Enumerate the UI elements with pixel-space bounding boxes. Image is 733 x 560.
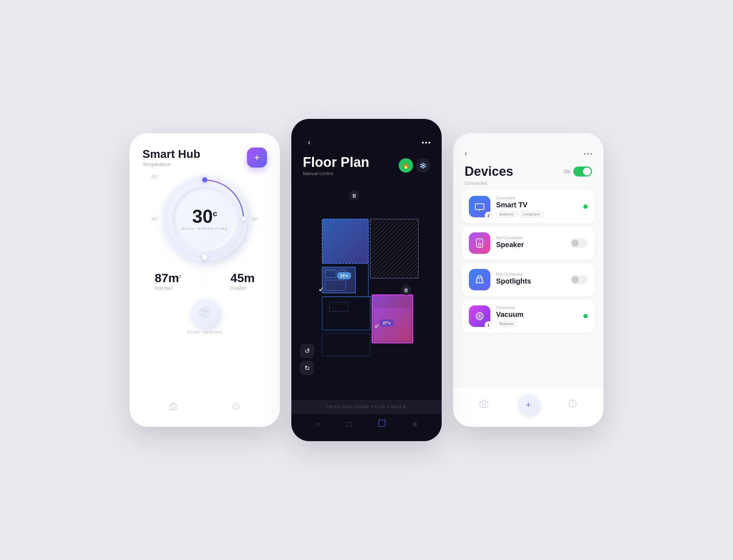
device-list: 2 Connected Smart TV Bedroom Livingroom [453,190,603,385]
device-card-speaker: Not Connected Speaker [462,227,595,260]
speaker-toggle-dot [572,240,579,247]
toggle-area: On [564,166,592,177]
s3-nav-clock-icon[interactable] [568,399,577,410]
nav-clock-icon[interactable] [232,402,240,412]
area-label: First floor [155,286,181,291]
smart-hub-title-group: Smart Hub Temperature [142,148,200,167]
thermostat-dot-bottom [202,254,208,260]
resize-arrow-2[interactable]: ↙ [374,322,380,329]
screens-container: Smart Hub Temperature + 20° [130,119,603,441]
smart-hub-title: Smart Hub [142,148,200,161]
svg-rect-23 [475,204,484,209]
nav-home-icon[interactable] [169,402,178,412]
floor-plan-subtitle: Manual control [303,171,369,176]
svg-rect-14 [322,297,370,330]
thermostat-dot-top [202,177,207,182]
screen3-title-row: Devices On [453,161,603,180]
smart-tv-connected-dot [583,204,588,209]
vacuum-name: Vacuum [496,310,578,319]
vacuum-tags: Bedroom [496,321,578,327]
spotlights-toggle[interactable] [571,275,588,284]
svg-rect-37 [482,404,485,407]
trash-icon-2[interactable]: 🗑 [401,285,411,295]
mode-buttons: 🔥 ❄️ [399,158,430,173]
svg-rect-21 [322,334,370,356]
fingerprint-label: START HEATING [187,330,223,334]
svg-rect-2 [172,407,175,410]
smart-tv-info: Connected Smart TV Bedroom Livingroom [496,196,578,217]
snow-mode-button[interactable]: ❄️ [416,158,430,173]
screen1-smart-hub: Smart Hub Temperature + 20° [130,133,280,427]
svg-point-27 [478,243,481,246]
toggle-label: On [564,169,571,174]
devices-title: Devices [465,164,513,179]
add-icon: + [525,399,531,410]
temp-badge-2: 27°c [380,319,394,327]
device-card-smart-tv: 2 Connected Smart TV Bedroom Livingroom [462,190,595,223]
tag-vacuum-bedroom: Bedroom [496,321,517,327]
smart-hub-subtitle: Temperature [142,161,200,167]
spotlights-status: Not Connected [496,272,565,276]
fire-mode-button[interactable]: 🔥 [399,158,413,173]
tag-bedroom: Bedroom [496,211,517,217]
screen2-floor-plan: ‹ Floor Plan Manual control 🔥 ❄️ [291,119,442,441]
spotlights-icon-container [469,269,490,290]
drag-hint: DRAG AND DRAW YOUR FINGER [291,400,442,414]
speaker-status: Not Connected [496,236,565,240]
floor-plan-title: Floor Plan [303,155,369,170]
vacuum-badge: 1 [485,321,492,329]
vacuum-info: Connected Vacuum Bedroom [496,305,578,327]
s3-back-button[interactable]: ‹ [465,149,467,158]
device-card-spotlights: Not Connected Spotlights [462,263,595,296]
s3-nav-add-button[interactable]: + [518,394,539,415]
speaker-icon-container [469,232,490,254]
svg-rect-36 [480,402,488,407]
fire-icon: 🔥 [402,162,409,169]
spotlights-icon [469,269,490,290]
floor-plan-canvas[interactable]: 23°c 27°c 🗑 🗑 ↙ ↙ ↺ ↻ [300,182,433,397]
add-button[interactable]: + [247,148,267,168]
smart-tv-status: Connected [496,196,578,200]
screen3-header: ‹ [453,133,603,161]
nav-circle-icon[interactable]: ○ [316,420,321,429]
stat-divider [205,272,206,289]
main-toggle[interactable] [573,166,592,177]
s3-nav-home-icon[interactable] [479,399,489,410]
screen1-header: Smart Hub Temperature + [142,148,267,168]
nav-lines-icon[interactable]: ≡ [413,420,417,429]
svg-rect-22 [379,420,385,426]
speaker-toggle[interactable] [571,238,588,248]
s3-more-options[interactable] [584,153,592,155]
connected-label: Connected [453,180,603,190]
speaker-name: Speaker [496,241,565,249]
device-card-vacuum: 1 Connected Vacuum Bedroom [462,300,595,333]
svg-rect-15 [330,302,348,312]
more-options-button[interactable] [422,142,430,144]
fingerprint-area: START HEATING [142,299,267,334]
fingerprint-button[interactable] [190,299,219,328]
temp-badge-1: 23°c [337,272,351,279]
temp-label-30: 30° [251,216,258,222]
screen3-devices: ‹ Devices On Connected [453,133,603,427]
redo-button[interactable]: ↻ [300,361,314,375]
trash-icon-1[interactable]: 🗑 [349,190,359,201]
back-button[interactable]: ‹ [303,136,316,149]
thermostat-inner: 30c ROOM TEMPERATURE [173,187,237,251]
nav-dashed-square-icon[interactable] [378,419,386,430]
screen2-header: ‹ [291,119,442,155]
smart-tv-tags: Bedroom Livingroom [496,211,578,217]
bottom-nav [142,399,267,412]
thermostat-outer[interactable]: 30c ROOM TEMPERATURE [162,176,248,262]
smart-tv-badge: 2 [485,212,492,219]
nav-square-icon[interactable]: □ [347,420,351,429]
screen3-bottom-nav: + [453,388,603,427]
stats-row: 87m2 First floor 45m Duration [142,271,267,291]
spotlights-info: Not Connected Spotlights [496,272,565,288]
area-value: 87m2 [155,271,181,285]
svg-rect-5 [370,219,418,278]
tool-buttons: ↺ ↻ [300,344,314,375]
undo-button[interactable]: ↺ [300,344,314,358]
resize-arrow-1[interactable]: ↙ [319,285,324,293]
vacuum-icon-container: 1 [469,305,490,327]
plus-icon: + [254,152,260,163]
